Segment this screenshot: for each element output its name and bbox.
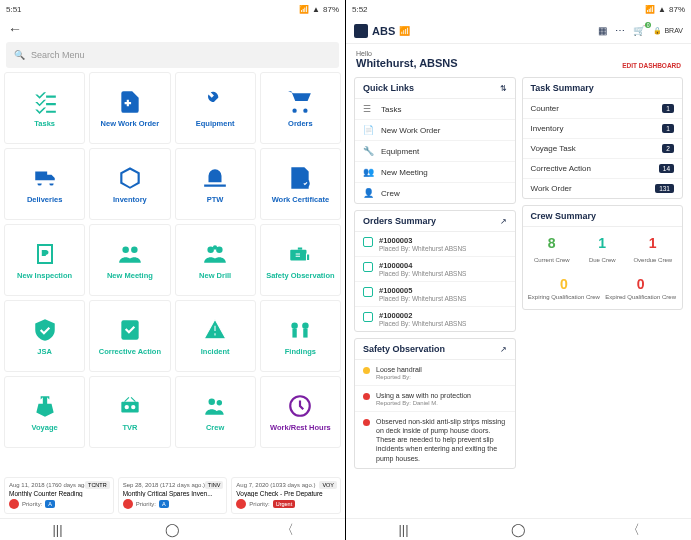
menu-tile[interactable]: Tasks <box>4 72 85 144</box>
task-card[interactable]: Sep 28, 2018 (1712 days ago.)TINVMonthly… <box>118 477 228 514</box>
tile-icon <box>286 392 314 420</box>
quicklink-icon: 🔧 <box>363 146 375 156</box>
menu-tile[interactable]: Voyage <box>4 376 85 448</box>
tile-icon: IP <box>31 240 59 268</box>
quicklink-item[interactable]: 📄New Work Order <box>355 120 515 141</box>
settings-icon[interactable]: ⇅ <box>500 84 507 93</box>
tile-icon <box>201 316 229 344</box>
tasksummary-item[interactable]: Corrective Action14 <box>523 159 683 179</box>
menu-tile[interactable]: Orders <box>260 72 341 144</box>
order-item[interactable]: #1000004Placed By: Whitehurst ABSNS <box>355 257 515 282</box>
menu-tile[interactable]: Work Certificate <box>260 148 341 220</box>
search-icon: 🔍 <box>14 50 25 60</box>
quicklink-item[interactable]: 🔧Equipment <box>355 141 515 162</box>
tile-icon <box>31 316 59 344</box>
order-item[interactable]: #1000002Placed By: Whitehurst ABSNS <box>355 307 515 331</box>
apps-icon[interactable]: ▦ <box>598 25 607 36</box>
menu-tile[interactable]: New Meeting <box>89 224 170 296</box>
recents-icon[interactable]: ||| <box>394 522 414 537</box>
search-placeholder: Search Menu <box>31 50 85 60</box>
quicklink-item[interactable]: ☰Tasks <box>355 99 515 120</box>
safety-item[interactable]: Observed non-skid anti-slip strips missi… <box>355 412 515 467</box>
menu-tile[interactable]: Crew <box>175 376 256 448</box>
menu-tile[interactable]: Inventory <box>89 148 170 220</box>
checkbox-icon[interactable] <box>363 312 373 322</box>
quicklink-icon: 👤 <box>363 188 375 198</box>
order-item[interactable]: #1000005Placed By: Whitehurst ABSNS <box>355 282 515 307</box>
recents-icon[interactable]: ||| <box>48 522 68 537</box>
count-badge: 14 <box>659 164 674 173</box>
menu-tile[interactable]: JSA <box>4 300 85 372</box>
tile-label: New Inspection <box>15 272 74 280</box>
brand-text: ABS <box>372 25 395 37</box>
svg-point-4 <box>131 246 138 253</box>
task-card[interactable]: Aug 7, 2020 (1033 days ago.)VOYVoyage Ch… <box>231 477 341 514</box>
user-menu[interactable]: 🔒 BRAV <box>653 27 683 35</box>
topbar: ABS 📶 ▦ ⋯ 🛒0 🔒 BRAV <box>346 18 691 44</box>
back-icon[interactable]: ← <box>8 21 22 37</box>
menu-tile[interactable]: Equipment <box>175 72 256 144</box>
tile-label: TVR <box>120 424 139 432</box>
tile-icon <box>286 240 314 268</box>
menu-tile[interactable]: Work/Rest Hours <box>260 376 341 448</box>
open-icon[interactable]: ↗ <box>500 217 507 226</box>
crew-label: Overdue Crew <box>628 257 679 264</box>
brand[interactable]: ABS 📶 <box>354 24 410 38</box>
tile-icon <box>201 392 229 420</box>
tasksummary-item[interactable]: Counter1 <box>523 99 683 119</box>
edit-dashboard-button[interactable]: EDIT DASHBOARD <box>622 62 681 69</box>
tasksummary-item[interactable]: Voyage Task2 <box>523 139 683 159</box>
severity-dot <box>363 393 370 400</box>
quicklink-item[interactable]: 👥New Meeting <box>355 162 515 183</box>
svg-rect-12 <box>293 329 297 338</box>
clock: 5:51 <box>6 5 22 14</box>
safety-item[interactable]: Using a saw with no protectionReported B… <box>355 386 515 412</box>
tile-label: New Drill <box>197 272 233 280</box>
tile-label: New Meeting <box>105 272 155 280</box>
menu-tile[interactable]: New Work Order <box>89 72 170 144</box>
brand-icon <box>354 24 368 38</box>
menu-tile[interactable]: Safety Observation <box>260 224 341 296</box>
more-icon[interactable]: ⋯ <box>615 25 625 36</box>
tile-label: Voyage <box>30 424 60 432</box>
severity-dot <box>363 419 370 426</box>
checkbox-icon[interactable] <box>363 287 373 297</box>
panel-orders-summary: Orders Summary↗ #1000003Placed By: White… <box>354 210 516 332</box>
open-icon[interactable]: ↗ <box>500 345 507 354</box>
back-nav-icon[interactable]: 〈 <box>624 521 644 539</box>
order-item[interactable]: #1000003Placed By: Whitehurst ABSNS <box>355 232 515 257</box>
home-icon[interactable]: ◯ <box>163 522 183 537</box>
clock: 5:52 <box>352 5 368 14</box>
menu-tile[interactable]: Corrective Action <box>89 300 170 372</box>
tile-label: Orders <box>286 120 315 128</box>
status-dot <box>236 499 246 509</box>
svg-rect-8 <box>291 250 307 261</box>
task-card[interactable]: Aug 11, 2018 (1760 days ago.)TCNTRMonthl… <box>4 477 114 514</box>
svg-point-15 <box>124 405 128 409</box>
checkbox-icon[interactable] <box>363 237 373 247</box>
checkbox-icon[interactable] <box>363 262 373 272</box>
screen-mobile-menu: 5:51 📶▲87% ← 🔍 Search Menu TasksNew Work… <box>0 0 345 540</box>
menu-tile[interactable]: Incident <box>175 300 256 372</box>
tile-icon <box>116 240 144 268</box>
menu-tile[interactable]: TVR <box>89 376 170 448</box>
menu-tile[interactable]: New Drill <box>175 224 256 296</box>
count-badge: 131 <box>655 184 674 193</box>
search-input[interactable]: 🔍 Search Menu <box>6 42 339 68</box>
menu-tile[interactable]: IPNew Inspection <box>4 224 85 296</box>
tile-label: Equipment <box>194 120 237 128</box>
tile-icon <box>116 88 144 116</box>
home-icon[interactable]: ◯ <box>509 522 529 537</box>
back-nav-icon[interactable]: 〈 <box>278 521 298 539</box>
panel-task-summary: Task Summary Counter1Inventory1Voyage Ta… <box>522 77 684 199</box>
menu-tile[interactable]: PTW <box>175 148 256 220</box>
quicklink-item[interactable]: 👤Crew <box>355 183 515 203</box>
cart-icon[interactable]: 🛒0 <box>633 25 645 36</box>
crew-label: Expiring Qualification Crew <box>527 294 602 301</box>
crew-label: Current Crew <box>527 257 578 264</box>
menu-tile[interactable]: Deliveries <box>4 148 85 220</box>
safety-item[interactable]: Loose handrailReported By: <box>355 360 515 386</box>
tasksummary-item[interactable]: Work Order131 <box>523 179 683 198</box>
tasksummary-item[interactable]: Inventory1 <box>523 119 683 139</box>
menu-tile[interactable]: Findings <box>260 300 341 372</box>
